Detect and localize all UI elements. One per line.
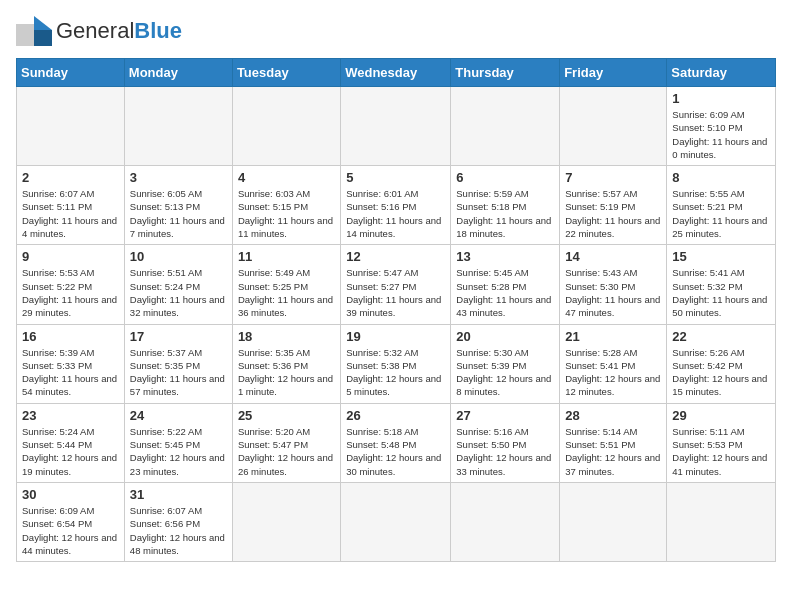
day-info: Sunrise: 5:41 AM Sunset: 5:32 PM Dayligh… xyxy=(672,266,770,319)
day-number: 2 xyxy=(22,170,119,185)
day-cell: 25Sunrise: 5:20 AM Sunset: 5:47 PM Dayli… xyxy=(232,403,340,482)
page-header: GeneralBlue xyxy=(16,16,776,46)
day-cell: 15Sunrise: 5:41 AM Sunset: 5:32 PM Dayli… xyxy=(667,245,776,324)
week-row-4: 16Sunrise: 5:39 AM Sunset: 5:33 PM Dayli… xyxy=(17,324,776,403)
week-row-1: 1Sunrise: 6:09 AM Sunset: 5:10 PM Daylig… xyxy=(17,87,776,166)
logo-text: GeneralBlue xyxy=(56,18,182,44)
day-cell: 18Sunrise: 5:35 AM Sunset: 5:36 PM Dayli… xyxy=(232,324,340,403)
day-cell: 9Sunrise: 5:53 AM Sunset: 5:22 PM Daylig… xyxy=(17,245,125,324)
day-info: Sunrise: 5:39 AM Sunset: 5:33 PM Dayligh… xyxy=(22,346,119,399)
day-cell: 10Sunrise: 5:51 AM Sunset: 5:24 PM Dayli… xyxy=(124,245,232,324)
svg-marker-1 xyxy=(34,16,52,30)
day-cell: 17Sunrise: 5:37 AM Sunset: 5:35 PM Dayli… xyxy=(124,324,232,403)
weekday-header-thursday: Thursday xyxy=(451,59,560,87)
day-number: 3 xyxy=(130,170,227,185)
day-cell xyxy=(232,482,340,561)
day-info: Sunrise: 5:35 AM Sunset: 5:36 PM Dayligh… xyxy=(238,346,335,399)
weekday-header-saturday: Saturday xyxy=(667,59,776,87)
day-cell: 11Sunrise: 5:49 AM Sunset: 5:25 PM Dayli… xyxy=(232,245,340,324)
day-number: 28 xyxy=(565,408,661,423)
day-cell: 29Sunrise: 5:11 AM Sunset: 5:53 PM Dayli… xyxy=(667,403,776,482)
day-cell: 14Sunrise: 5:43 AM Sunset: 5:30 PM Dayli… xyxy=(560,245,667,324)
day-cell: 8Sunrise: 5:55 AM Sunset: 5:21 PM Daylig… xyxy=(667,166,776,245)
day-number: 24 xyxy=(130,408,227,423)
day-info: Sunrise: 6:07 AM Sunset: 6:56 PM Dayligh… xyxy=(130,504,227,557)
day-cell: 20Sunrise: 5:30 AM Sunset: 5:39 PM Dayli… xyxy=(451,324,560,403)
day-cell: 3Sunrise: 6:05 AM Sunset: 5:13 PM Daylig… xyxy=(124,166,232,245)
day-info: Sunrise: 5:26 AM Sunset: 5:42 PM Dayligh… xyxy=(672,346,770,399)
day-number: 31 xyxy=(130,487,227,502)
week-row-6: 30Sunrise: 6:09 AM Sunset: 6:54 PM Dayli… xyxy=(17,482,776,561)
day-number: 16 xyxy=(22,329,119,344)
day-number: 9 xyxy=(22,249,119,264)
day-cell xyxy=(341,87,451,166)
day-info: Sunrise: 5:53 AM Sunset: 5:22 PM Dayligh… xyxy=(22,266,119,319)
day-info: Sunrise: 5:59 AM Sunset: 5:18 PM Dayligh… xyxy=(456,187,554,240)
day-cell xyxy=(17,87,125,166)
day-cell: 23Sunrise: 5:24 AM Sunset: 5:44 PM Dayli… xyxy=(17,403,125,482)
day-info: Sunrise: 5:30 AM Sunset: 5:39 PM Dayligh… xyxy=(456,346,554,399)
day-info: Sunrise: 5:45 AM Sunset: 5:28 PM Dayligh… xyxy=(456,266,554,319)
day-cell: 19Sunrise: 5:32 AM Sunset: 5:38 PM Dayli… xyxy=(341,324,451,403)
week-row-2: 2Sunrise: 6:07 AM Sunset: 5:11 PM Daylig… xyxy=(17,166,776,245)
day-cell: 28Sunrise: 5:14 AM Sunset: 5:51 PM Dayli… xyxy=(560,403,667,482)
day-cell: 1Sunrise: 6:09 AM Sunset: 5:10 PM Daylig… xyxy=(667,87,776,166)
day-info: Sunrise: 5:24 AM Sunset: 5:44 PM Dayligh… xyxy=(22,425,119,478)
day-number: 12 xyxy=(346,249,445,264)
day-info: Sunrise: 5:16 AM Sunset: 5:50 PM Dayligh… xyxy=(456,425,554,478)
day-cell: 31Sunrise: 6:07 AM Sunset: 6:56 PM Dayli… xyxy=(124,482,232,561)
day-cell: 13Sunrise: 5:45 AM Sunset: 5:28 PM Dayli… xyxy=(451,245,560,324)
day-number: 5 xyxy=(346,170,445,185)
svg-rect-0 xyxy=(16,24,34,46)
day-cell: 4Sunrise: 6:03 AM Sunset: 5:15 PM Daylig… xyxy=(232,166,340,245)
day-number: 15 xyxy=(672,249,770,264)
day-cell: 16Sunrise: 5:39 AM Sunset: 5:33 PM Dayli… xyxy=(17,324,125,403)
day-cell xyxy=(341,482,451,561)
calendar-table: SundayMondayTuesdayWednesdayThursdayFrid… xyxy=(16,58,776,562)
day-info: Sunrise: 6:05 AM Sunset: 5:13 PM Dayligh… xyxy=(130,187,227,240)
day-cell xyxy=(232,87,340,166)
day-cell: 22Sunrise: 5:26 AM Sunset: 5:42 PM Dayli… xyxy=(667,324,776,403)
day-number: 29 xyxy=(672,408,770,423)
day-number: 6 xyxy=(456,170,554,185)
weekday-header-row: SundayMondayTuesdayWednesdayThursdayFrid… xyxy=(17,59,776,87)
day-cell: 27Sunrise: 5:16 AM Sunset: 5:50 PM Dayli… xyxy=(451,403,560,482)
day-cell: 5Sunrise: 6:01 AM Sunset: 5:16 PM Daylig… xyxy=(341,166,451,245)
day-info: Sunrise: 6:09 AM Sunset: 5:10 PM Dayligh… xyxy=(672,108,770,161)
day-cell xyxy=(451,87,560,166)
day-info: Sunrise: 5:11 AM Sunset: 5:53 PM Dayligh… xyxy=(672,425,770,478)
weekday-header-tuesday: Tuesday xyxy=(232,59,340,87)
day-info: Sunrise: 5:20 AM Sunset: 5:47 PM Dayligh… xyxy=(238,425,335,478)
day-number: 17 xyxy=(130,329,227,344)
day-info: Sunrise: 5:18 AM Sunset: 5:48 PM Dayligh… xyxy=(346,425,445,478)
day-cell xyxy=(451,482,560,561)
logo-icon xyxy=(16,16,52,46)
day-info: Sunrise: 5:43 AM Sunset: 5:30 PM Dayligh… xyxy=(565,266,661,319)
day-number: 8 xyxy=(672,170,770,185)
day-number: 1 xyxy=(672,91,770,106)
day-cell: 12Sunrise: 5:47 AM Sunset: 5:27 PM Dayli… xyxy=(341,245,451,324)
day-number: 18 xyxy=(238,329,335,344)
day-number: 10 xyxy=(130,249,227,264)
day-number: 11 xyxy=(238,249,335,264)
day-number: 13 xyxy=(456,249,554,264)
day-cell: 6Sunrise: 5:59 AM Sunset: 5:18 PM Daylig… xyxy=(451,166,560,245)
day-info: Sunrise: 5:32 AM Sunset: 5:38 PM Dayligh… xyxy=(346,346,445,399)
svg-marker-2 xyxy=(34,30,52,46)
day-info: Sunrise: 5:49 AM Sunset: 5:25 PM Dayligh… xyxy=(238,266,335,319)
day-info: Sunrise: 5:47 AM Sunset: 5:27 PM Dayligh… xyxy=(346,266,445,319)
weekday-header-wednesday: Wednesday xyxy=(341,59,451,87)
day-cell: 21Sunrise: 5:28 AM Sunset: 5:41 PM Dayli… xyxy=(560,324,667,403)
day-cell xyxy=(667,482,776,561)
week-row-5: 23Sunrise: 5:24 AM Sunset: 5:44 PM Dayli… xyxy=(17,403,776,482)
day-number: 26 xyxy=(346,408,445,423)
day-cell: 7Sunrise: 5:57 AM Sunset: 5:19 PM Daylig… xyxy=(560,166,667,245)
day-info: Sunrise: 5:51 AM Sunset: 5:24 PM Dayligh… xyxy=(130,266,227,319)
day-cell: 26Sunrise: 5:18 AM Sunset: 5:48 PM Dayli… xyxy=(341,403,451,482)
week-row-3: 9Sunrise: 5:53 AM Sunset: 5:22 PM Daylig… xyxy=(17,245,776,324)
day-cell: 24Sunrise: 5:22 AM Sunset: 5:45 PM Dayli… xyxy=(124,403,232,482)
day-cell xyxy=(560,482,667,561)
day-info: Sunrise: 6:07 AM Sunset: 5:11 PM Dayligh… xyxy=(22,187,119,240)
day-number: 19 xyxy=(346,329,445,344)
day-info: Sunrise: 5:22 AM Sunset: 5:45 PM Dayligh… xyxy=(130,425,227,478)
